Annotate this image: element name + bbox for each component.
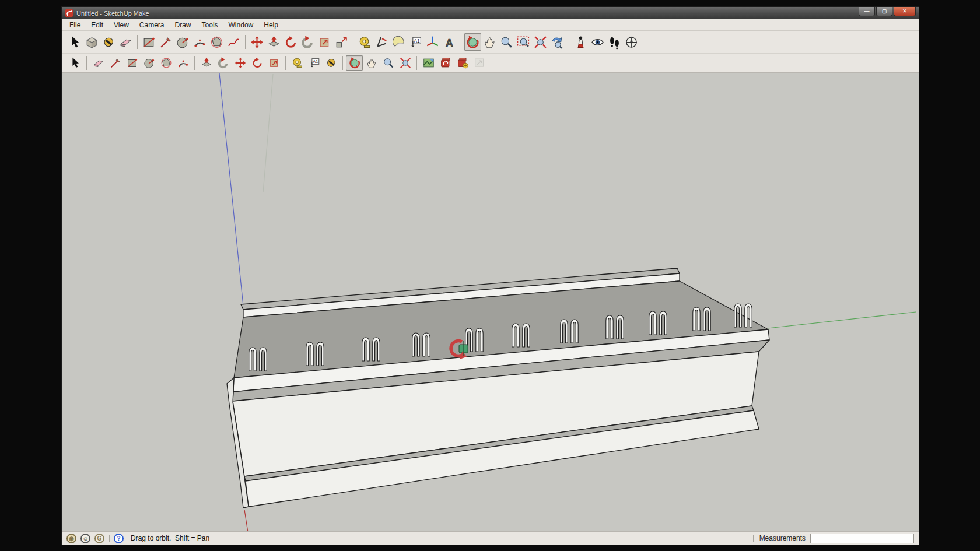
model-viewport[interactable] bbox=[62, 73, 919, 531]
circle-tool-button[interactable] bbox=[174, 33, 191, 51]
select-tool-button[interactable] bbox=[66, 55, 83, 71]
paint-bucket-tool-button[interactable] bbox=[100, 33, 117, 51]
polygon-tool-button[interactable] bbox=[158, 55, 174, 71]
zoom-previous-tool-button[interactable] bbox=[549, 33, 566, 51]
orbit-tool-button[interactable] bbox=[464, 33, 481, 51]
sign-in-icon[interactable]: G bbox=[94, 534, 104, 543]
beam-model[interactable] bbox=[227, 268, 769, 508]
line-tool-button[interactable] bbox=[158, 33, 174, 51]
text-tool-button[interactable]: A1 bbox=[407, 33, 424, 51]
zoom-extents-tool-button[interactable] bbox=[532, 33, 549, 51]
add-location-icon bbox=[422, 57, 435, 69]
rotate-tool-button[interactable] bbox=[282, 33, 299, 51]
minimize-button[interactable]: — bbox=[859, 7, 875, 16]
move-tool-button[interactable] bbox=[232, 55, 249, 71]
menu-tools[interactable]: Tools bbox=[197, 20, 223, 30]
offset-tool-button[interactable] bbox=[316, 33, 333, 51]
pan-tool-button[interactable] bbox=[481, 33, 498, 51]
eraser-icon bbox=[118, 35, 133, 50]
offset-icon bbox=[268, 57, 281, 69]
line-tool-button[interactable] bbox=[107, 55, 124, 71]
offset-tool-button[interactable] bbox=[265, 55, 282, 71]
3d-text-tool-button[interactable]: A bbox=[441, 33, 458, 51]
follow-me-tool-button[interactable] bbox=[299, 33, 316, 51]
position-camera-tool-button[interactable] bbox=[572, 33, 589, 51]
toolbar-separator bbox=[461, 35, 461, 49]
move-icon bbox=[250, 35, 264, 50]
axes-tool-button[interactable] bbox=[424, 33, 441, 51]
text-tool-button[interactable]: A1 bbox=[306, 55, 323, 71]
svg-text:A1: A1 bbox=[313, 59, 318, 64]
toolbar-separator bbox=[569, 35, 569, 49]
menu-bar: FileEditViewCameraDrawToolsWindowHelp bbox=[62, 19, 919, 31]
arc-tool-button[interactable] bbox=[174, 55, 191, 71]
text-icon: A1 bbox=[408, 35, 423, 50]
blue-axis bbox=[219, 73, 244, 317]
circle-icon bbox=[176, 35, 190, 50]
send-to-layout-icon bbox=[473, 57, 486, 69]
get-models-tool-button[interactable] bbox=[437, 55, 454, 71]
toolbar-separator bbox=[137, 35, 138, 49]
help-icon[interactable]: ? bbox=[114, 534, 124, 543]
zoom-tool-button[interactable] bbox=[380, 55, 397, 71]
drawing-canvas[interactable] bbox=[62, 73, 919, 531]
menu-draw[interactable]: Draw bbox=[170, 20, 197, 30]
tape-measure-tool-button[interactable] bbox=[289, 55, 306, 71]
follow-me-tool-button[interactable] bbox=[215, 55, 232, 71]
menu-edit[interactable]: Edit bbox=[86, 20, 108, 30]
tape-measure-tool-button[interactable] bbox=[356, 33, 373, 51]
menu-file[interactable]: File bbox=[64, 20, 86, 30]
measurements-input[interactable] bbox=[810, 534, 914, 543]
arc-tool-button[interactable] bbox=[191, 33, 208, 51]
make-component-tool-button[interactable] bbox=[83, 33, 100, 51]
pan-tool-button[interactable] bbox=[363, 55, 380, 71]
menu-window[interactable]: Window bbox=[223, 20, 259, 30]
protractor-tool-button[interactable] bbox=[390, 33, 407, 51]
close-button[interactable]: ✕ bbox=[894, 7, 916, 16]
line-icon bbox=[109, 57, 122, 69]
rotate-tool-button[interactable] bbox=[249, 55, 265, 71]
freehand-tool-button[interactable] bbox=[225, 33, 242, 51]
add-location-tool-button[interactable] bbox=[420, 55, 437, 71]
orbit-tool-button[interactable] bbox=[346, 55, 363, 71]
move-tool-button[interactable] bbox=[249, 33, 265, 51]
status-hint: Drag to orbit. Shift = Pan bbox=[131, 534, 209, 542]
follow-me-icon bbox=[217, 57, 230, 69]
send-to-layout-tool-button[interactable] bbox=[471, 55, 488, 71]
title-bar[interactable]: Untitled - SketchUp Make —▢✕ bbox=[62, 7, 919, 19]
look-around-tool-button[interactable] bbox=[589, 33, 606, 51]
credits-icon[interactable]: ☺ bbox=[80, 534, 90, 543]
zoom-extents-tool-button[interactable] bbox=[397, 55, 414, 71]
select-tool-button[interactable] bbox=[66, 33, 83, 51]
scale-tool-button[interactable] bbox=[333, 33, 350, 51]
walk-tool-button[interactable] bbox=[606, 33, 623, 51]
menu-camera[interactable]: Camera bbox=[134, 20, 170, 30]
red-axis bbox=[244, 510, 248, 531]
maximize-button[interactable]: ▢ bbox=[876, 7, 892, 16]
rectangle-tool-button[interactable] bbox=[141, 33, 158, 51]
window-controls: —▢✕ bbox=[859, 7, 916, 16]
compass-tool-button[interactable] bbox=[623, 33, 640, 51]
zoom-window-tool-button[interactable] bbox=[515, 33, 532, 51]
zoom-tool-button[interactable] bbox=[498, 33, 515, 51]
share-model-tool-button[interactable] bbox=[454, 55, 471, 71]
menu-view[interactable]: View bbox=[108, 20, 134, 30]
eraser-tool-button[interactable] bbox=[117, 33, 134, 51]
zoom-previous-icon bbox=[550, 35, 565, 50]
eraser-tool-button[interactable] bbox=[90, 55, 107, 71]
rectangle-icon bbox=[142, 35, 156, 50]
push-pull-tool-button[interactable] bbox=[265, 33, 282, 51]
window-title: Untitled - SketchUp Make bbox=[76, 10, 149, 17]
polygon-tool-button[interactable] bbox=[208, 33, 225, 51]
circle-tool-button[interactable] bbox=[141, 55, 158, 71]
compass-icon bbox=[624, 35, 639, 50]
push-pull-tool-button[interactable] bbox=[198, 55, 215, 71]
dimension-tool-button[interactable] bbox=[373, 33, 390, 51]
paint-bucket-icon bbox=[102, 35, 116, 50]
status-icons: ◉☺G? bbox=[66, 534, 128, 543]
geolocation-icon[interactable]: ◉ bbox=[66, 534, 76, 543]
line-icon bbox=[159, 35, 173, 50]
menu-help[interactable]: Help bbox=[258, 20, 284, 30]
rectangle-tool-button[interactable] bbox=[124, 55, 141, 71]
paint-bucket-tool-button[interactable] bbox=[323, 55, 340, 71]
